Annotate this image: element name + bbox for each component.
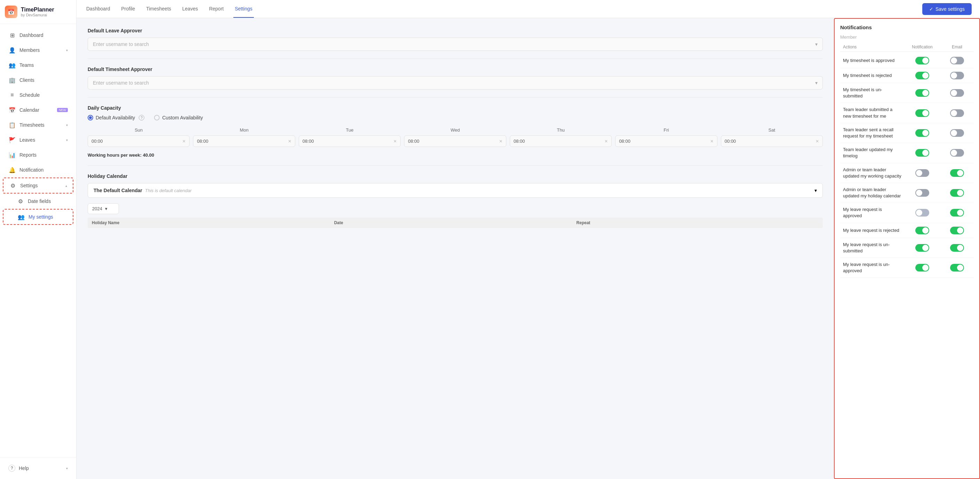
toggle-switch[interactable]: ✕ bbox=[950, 129, 964, 137]
sidebar-item-clients[interactable]: 🏢 Clients bbox=[3, 73, 73, 87]
sidebar-item-notification[interactable]: 🔔 Notification bbox=[3, 163, 73, 177]
toggle-switch[interactable]: ✓ bbox=[950, 209, 964, 217]
time-input-wed[interactable]: 08:00 ✕ bbox=[404, 136, 506, 147]
notification-toggle[interactable]: ✓ bbox=[901, 149, 943, 156]
sidebar-item-date-fields[interactable]: ⚙ Date fields bbox=[3, 194, 73, 209]
working-hours: Working hours per week: 40.00 bbox=[88, 152, 823, 158]
sidebar-item-timesheets[interactable]: 📋 Timesheets ▾ bbox=[3, 118, 73, 132]
toggle-switch[interactable]: ✓ bbox=[950, 244, 964, 252]
timesheet-approver-dropdown[interactable]: Enter username to search ▾ bbox=[88, 76, 823, 89]
notification-toggle[interactable]: ✓ bbox=[901, 264, 943, 271]
email-toggle[interactable]: ✓ bbox=[943, 227, 971, 234]
notification-toggle[interactable]: ✓ bbox=[901, 129, 943, 137]
clear-icon[interactable]: ✕ bbox=[288, 139, 291, 144]
sidebar-item-help[interactable]: ? Help ▾ bbox=[3, 461, 73, 475]
col-repeat: Repeat bbox=[576, 220, 819, 225]
time-input-tue[interactable]: 08:00 ✕ bbox=[299, 136, 401, 147]
toggle-switch[interactable]: ✕ bbox=[950, 149, 964, 156]
notification-toggle-on[interactable]: ✓ bbox=[901, 57, 943, 64]
toggle-switch[interactable]: ✕ bbox=[950, 89, 964, 97]
toggle-switch[interactable]: ✕ bbox=[950, 72, 964, 79]
clear-icon[interactable]: ✕ bbox=[816, 139, 819, 144]
email-toggle[interactable]: ✕ bbox=[943, 149, 971, 156]
time-input-thu[interactable]: 08:00 ✕ bbox=[510, 136, 612, 147]
toggle-switch[interactable]: ✓ bbox=[915, 227, 929, 234]
sidebar-item-leaves[interactable]: 🚩 Leaves ▾ bbox=[3, 133, 73, 147]
sidebar-item-schedule[interactable]: ≡ Schedule bbox=[3, 88, 73, 102]
time-input-mon[interactable]: 08:00 ✕ bbox=[193, 136, 295, 147]
tab-profile[interactable]: Profile bbox=[120, 0, 137, 18]
clear-icon[interactable]: ✕ bbox=[605, 139, 608, 144]
chevron-down-icon: ▾ bbox=[815, 80, 818, 86]
tab-timesheets[interactable]: Timesheets bbox=[145, 0, 172, 18]
toggle-switch[interactable]: ✓ bbox=[915, 264, 929, 271]
time-input-sun[interactable]: 00:00 ✕ bbox=[88, 136, 189, 147]
toggle-switch[interactable]: ✓ bbox=[950, 169, 964, 177]
tab-report[interactable]: Report bbox=[208, 0, 225, 18]
notification-toggle[interactable]: ✓ bbox=[901, 89, 943, 97]
time-input-fri[interactable]: 08:00 ✕ bbox=[615, 136, 717, 147]
tab-leaves[interactable]: Leaves bbox=[181, 0, 199, 18]
clear-icon[interactable]: ✕ bbox=[393, 139, 397, 144]
toggle-switch[interactable]: ✓ bbox=[915, 72, 929, 79]
toggle-switch[interactable]: ✕ bbox=[915, 189, 929, 197]
toggle-switch[interactable]: ✓ bbox=[915, 244, 929, 252]
calendar-dropdown[interactable]: The Default Calendar This is default cal… bbox=[88, 183, 823, 198]
notification-toggle[interactable]: ✕ bbox=[901, 209, 943, 217]
sidebar-item-reports[interactable]: 📊 Reports bbox=[3, 148, 73, 162]
leave-approver-dropdown[interactable]: Enter username to search ▾ bbox=[88, 38, 823, 51]
email-toggle[interactable]: ✓ bbox=[943, 244, 971, 252]
clear-icon[interactable]: ✕ bbox=[499, 139, 503, 144]
toggle-switch[interactable]: ✕ bbox=[915, 169, 929, 177]
save-settings-button[interactable]: ✓ Save settings bbox=[922, 3, 972, 15]
notification-toggle[interactable]: ✓ bbox=[901, 227, 943, 234]
toggle-switch[interactable]: ✓ bbox=[950, 189, 964, 197]
email-toggle[interactable]: ✓ bbox=[943, 264, 971, 271]
sidebar-item-members[interactable]: 👤 Members ▾ bbox=[3, 43, 73, 57]
tab-settings[interactable]: Settings bbox=[233, 0, 254, 18]
toggle-switch[interactable]: ✓ bbox=[915, 109, 929, 117]
email-toggle[interactable]: ✕ bbox=[943, 89, 971, 97]
col-notification: Notification bbox=[901, 45, 943, 49]
toggle-switch[interactable]: ✕ bbox=[950, 109, 964, 117]
time-input-sat[interactable]: 00:00 ✕ bbox=[721, 136, 823, 147]
email-toggle[interactable]: ✓ bbox=[943, 169, 971, 177]
year-dropdown[interactable]: 2024 ▾ bbox=[88, 203, 119, 214]
sidebar-item-dashboard[interactable]: ⊞ Dashboard bbox=[3, 28, 73, 43]
toggle-switch[interactable]: ✓ bbox=[915, 57, 929, 64]
toggle-switch[interactable]: ✕ bbox=[915, 209, 929, 217]
members-icon: 👤 bbox=[8, 46, 16, 54]
notification-toggle[interactable]: ✓ bbox=[901, 109, 943, 117]
sidebar-item-teams[interactable]: 👥 Teams bbox=[3, 58, 73, 72]
custom-availability-radio[interactable]: Custom Availability bbox=[154, 115, 203, 120]
email-toggle[interactable]: ✕ bbox=[943, 57, 971, 64]
toggle-switch[interactable]: ✓ bbox=[915, 129, 929, 137]
default-availability-radio[interactable]: Default Availability ? bbox=[88, 115, 144, 120]
sidebar-item-my-settings[interactable]: 👥 My settings bbox=[3, 209, 73, 225]
toggle-switch[interactable]: ✓ bbox=[950, 264, 964, 271]
radio-dot-custom bbox=[154, 115, 160, 120]
email-toggle[interactable]: ✓ bbox=[943, 209, 971, 217]
tab-dashboard[interactable]: Dashboard bbox=[85, 0, 111, 18]
notif-action-label: Team leader sent a recall request for my… bbox=[843, 127, 901, 139]
sidebar-item-calendar[interactable]: 📅 Calendar NEW bbox=[3, 103, 73, 117]
notification-toggle[interactable]: ✕ bbox=[901, 189, 943, 197]
email-toggle[interactable]: ✓ bbox=[943, 189, 971, 197]
email-toggle[interactable]: ✕ bbox=[943, 129, 971, 137]
help-icon[interactable]: ? bbox=[139, 115, 144, 120]
sidebar: 📅 TimePlanner by DevSamurai ⊞ Dashboard … bbox=[0, 0, 76, 479]
notification-toggle[interactable]: ✓ bbox=[901, 72, 943, 79]
toggle-switch[interactable]: ✓ bbox=[915, 89, 929, 97]
dashboard-icon: ⊞ bbox=[8, 31, 16, 39]
toggle-switch[interactable]: ✓ bbox=[915, 149, 929, 156]
sidebar-item-settings[interactable]: ⚙ Settings ▴ bbox=[3, 177, 73, 193]
working-hours-value: 40.00 bbox=[143, 152, 154, 158]
toggle-switch[interactable]: ✓ bbox=[950, 227, 964, 234]
email-toggle[interactable]: ✕ bbox=[943, 72, 971, 79]
clear-icon[interactable]: ✕ bbox=[710, 139, 714, 144]
clear-icon[interactable]: ✕ bbox=[182, 139, 186, 144]
toggle-switch[interactable]: ✕ bbox=[950, 57, 964, 64]
notification-toggle[interactable]: ✓ bbox=[901, 244, 943, 252]
email-toggle[interactable]: ✕ bbox=[943, 109, 971, 117]
notification-toggle[interactable]: ✕ bbox=[901, 169, 943, 177]
